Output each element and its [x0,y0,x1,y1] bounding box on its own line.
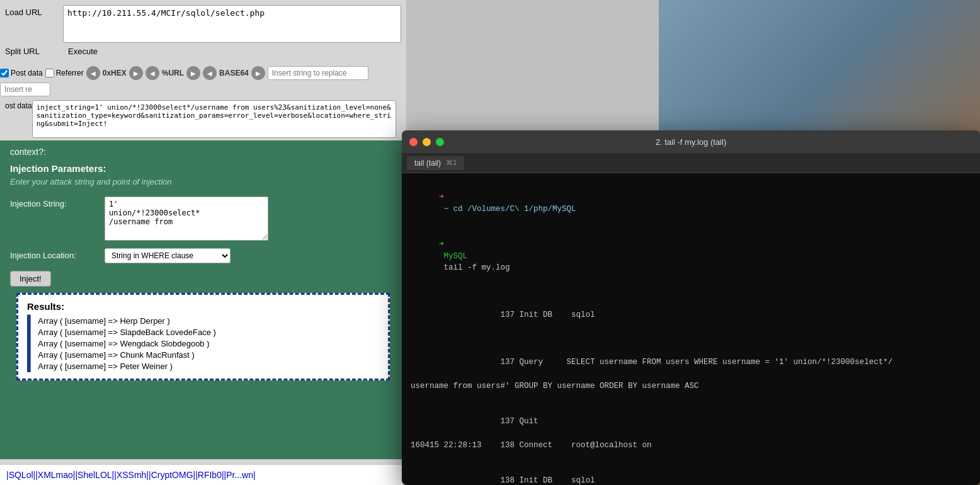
injection-params-title: Injection Parameters: [10,163,396,174]
result-text-5: Array ( [username] => Peter Weiner ) [38,362,173,371]
result-item-3: ▌ Array ( [username] => Wengdack Slobdeg… [27,338,379,348]
result-bullet-1: ▌ [27,316,34,326]
hex-right-arrow[interactable]: ▶ [129,66,143,80]
term-line-8: 138 Init DB sqlol [411,451,971,485]
injection-location-label: Injection Location: [10,248,98,260]
base64-right-arrow[interactable]: ▶ [251,66,265,80]
left-panel: Load URL http://10.211.55.4/MCIr/sqlol/s… [0,0,406,485]
terminal-title: 2. tail -f my.log (tail) [656,137,726,147]
result-bullet-2: ▌ [27,327,34,337]
zoom-button[interactable] [436,138,444,146]
footer-link-sqlol[interactable]: |SQLol| [6,470,35,480]
footer-link-prwn[interactable]: |Pr...wn| [224,470,256,480]
term-indent-4 [439,345,489,357]
tab-label: tail (tail) [414,159,441,168]
url-label: %URL [162,69,184,77]
injection-string-label: Injection String: [10,197,98,208]
split-url-label[interactable]: Split URL [0,45,63,57]
post-data-checkbox[interactable] [0,69,9,77]
url-left-arrow[interactable]: ◀ [145,66,159,80]
term-line-1: ➜ ~ cd /Volumes/C\ 1/php/MySQL [411,180,971,227]
term-indent-3 [439,298,489,310]
result-bullet-3: ▌ [27,338,34,348]
term-indent-8 [439,463,489,475]
result-text-4: Array ( [username] => Chunk MacRunfast ) [38,350,195,360]
result-text-2: Array ( [username] => SlapdeBack LovedeF… [38,328,216,337]
terminal-tab-bar: tail (tail) ⌘1 [402,153,980,173]
base64-left-arrow[interactable]: ◀ [203,66,217,80]
footer-link-xssmh[interactable]: |XSSmh| [114,470,149,480]
injection-string-row: Injection String: 1' union/*!23000select… [10,197,396,241]
options-row: Post data Referrer ◀ 0xHEX ▶ ◀ %URL ▶ ◀ … [0,62,406,100]
minimize-button[interactable] [423,138,431,146]
tab-shortcut: ⌘1 [446,159,457,167]
post-data-checkbox-label[interactable]: Post data [0,69,43,77]
footer-link-xmlmao[interactable]: |XMLmao| [35,470,75,480]
result-item-5: ▌ Array ( [username] => Peter Weiner ) [27,361,379,371]
terminal-titlebar: 2. tail -f my.log (tail) [402,130,980,153]
url-right-arrow[interactable]: ▶ [186,66,200,80]
inject-button[interactable]: Inject! [10,271,51,287]
term-line-4: 137 Query SELECT username FROM users WHE… [411,333,971,380]
post-data-side-label: ost data [0,100,32,111]
injection-subtitle: Enter your attack string and point of in… [10,176,396,188]
referrer-checkbox[interactable] [45,69,54,77]
term-line-5: username from users#' GROUP BY username … [411,380,971,392]
result-bullet-4: ▌ [27,350,34,360]
prompt-arrow-red: ➜ [439,193,444,202]
result-text-3: Array ( [username] => Wengdack Slobdegoo… [38,339,209,348]
footer-links: |SQLol| |XMLmao| |ShelLOL| |XSSmh| |Cryp… [0,464,406,485]
results-title: Results: [27,301,379,312]
result-text-1: Array ( [username] => Herp Derper ) [38,316,170,326]
referrer-checkbox-label[interactable]: Referrer [45,69,84,77]
injection-location-select[interactable]: String in WHERE clause [105,248,231,263]
terminal-tab-1[interactable]: tail (tail) ⌘1 [407,156,464,170]
result-item-2: ▌ Array ( [username] => SlapdeBack Loved… [27,327,379,337]
footer-link-rfib0[interactable]: |RFIb0| [195,470,224,480]
hex-left-arrow[interactable]: ◀ [86,66,100,80]
injection-string-input[interactable]: 1' union/*!23000select* /username from [105,197,268,241]
insert-replace-input[interactable] [0,83,50,96]
injection-section: context?: Injection Parameters: Enter yo… [0,140,406,459]
url-input[interactable]: http://10.211.55.4/MCIr/sqlol/select.php [63,5,401,43]
base64-label: BASE64 [219,69,249,77]
term-line-3: 137 Init DB sqlol [411,286,971,333]
load-url-label: Load URL [0,5,63,20]
term-line-7: 160415 22:28:13 138 Connect root@localho… [411,440,971,452]
post-data-area[interactable]: inject_string=1' union/*!23000select*/us… [32,100,396,138]
footer-link-shellol[interactable]: |ShelLOL| [75,470,114,480]
term-tail-cmd: tail -f my.log [439,263,510,272]
insert-string-input[interactable] [268,66,368,80]
referrer-label: Referrer [56,69,84,77]
result-bullet-5: ▌ [27,361,34,371]
context-label: context?: [10,147,396,157]
prompt-arrow-green: ➜ [439,240,444,249]
term-line-6: 137 Quit [411,392,971,440]
results-panel: Results: ▌ Array ( [username] => Herp De… [16,293,390,380]
url-row: Load URL http://10.211.55.4/MCIr/sqlol/s… [0,5,401,43]
terminal-body[interactable]: ➜ ~ cd /Volumes/C\ 1/php/MySQL ➜ MySQL t… [402,173,980,485]
url-bar-section: Load URL http://10.211.55.4/MCIr/sqlol/s… [0,0,406,62]
footer-link-cryptomg[interactable]: |CryptOMG| [149,470,195,480]
term-line-2: ➜ MySQL tail -f my.log [411,227,971,286]
terminal-window: 2. tail -f my.log (tail) tail (tail) ⌘1 … [402,130,980,485]
post-data-label: Post data [11,69,43,77]
term-mysql: MySQL [439,252,467,261]
term-dir-1: ~ cd /Volumes/C\ 1/php/MySQL [439,205,576,214]
result-item-1: ▌ Array ( [username] => Herp Derper ) [27,316,379,326]
close-button[interactable] [409,138,418,146]
injection-location-row: Injection Location: String in WHERE clau… [10,248,396,263]
hex-label: 0xHEX [103,69,127,77]
execute-label[interactable]: Execute [63,45,126,57]
term-indent-6 [439,404,489,416]
result-item-4: ▌ Array ( [username] => Chunk MacRunfast… [27,350,379,360]
